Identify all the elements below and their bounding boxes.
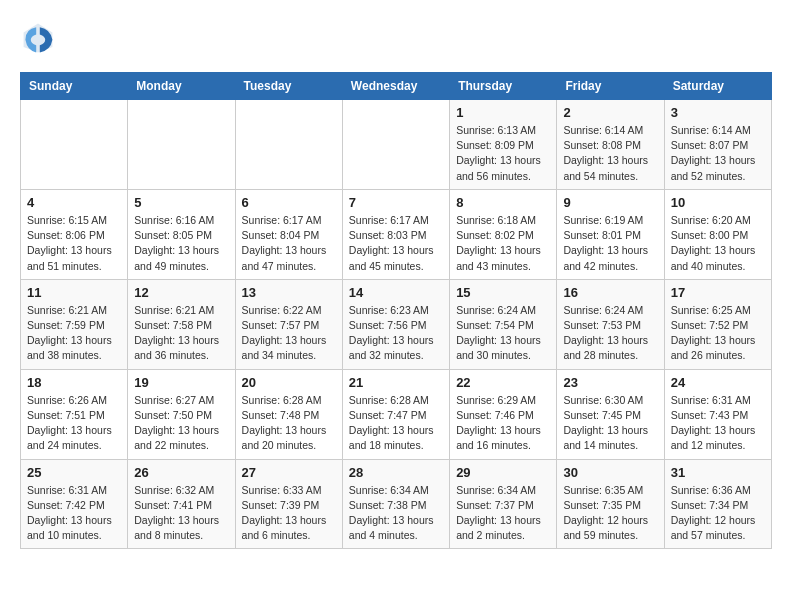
day-info: Sunrise: 6:21 AM Sunset: 7:59 PM Dayligh… [27, 303, 121, 364]
day-number: 7 [349, 195, 443, 210]
calendar-cell [21, 100, 128, 190]
day-info: Sunrise: 6:14 AM Sunset: 8:08 PM Dayligh… [563, 123, 657, 184]
week-row-2: 4Sunrise: 6:15 AM Sunset: 8:06 PM Daylig… [21, 189, 772, 279]
calendar-cell: 6Sunrise: 6:17 AM Sunset: 8:04 PM Daylig… [235, 189, 342, 279]
calendar-cell: 4Sunrise: 6:15 AM Sunset: 8:06 PM Daylig… [21, 189, 128, 279]
day-info: Sunrise: 6:20 AM Sunset: 8:00 PM Dayligh… [671, 213, 765, 274]
day-info: Sunrise: 6:24 AM Sunset: 7:54 PM Dayligh… [456, 303, 550, 364]
column-header-saturday: Saturday [664, 73, 771, 100]
calendar-cell: 25Sunrise: 6:31 AM Sunset: 7:42 PM Dayli… [21, 459, 128, 549]
day-info: Sunrise: 6:15 AM Sunset: 8:06 PM Dayligh… [27, 213, 121, 274]
calendar-cell: 9Sunrise: 6:19 AM Sunset: 8:01 PM Daylig… [557, 189, 664, 279]
calendar-cell: 7Sunrise: 6:17 AM Sunset: 8:03 PM Daylig… [342, 189, 449, 279]
calendar-cell: 31Sunrise: 6:36 AM Sunset: 7:34 PM Dayli… [664, 459, 771, 549]
day-number: 8 [456, 195, 550, 210]
calendar-cell: 27Sunrise: 6:33 AM Sunset: 7:39 PM Dayli… [235, 459, 342, 549]
week-row-1: 1Sunrise: 6:13 AM Sunset: 8:09 PM Daylig… [21, 100, 772, 190]
day-number: 25 [27, 465, 121, 480]
calendar-cell: 14Sunrise: 6:23 AM Sunset: 7:56 PM Dayli… [342, 279, 449, 369]
day-number: 2 [563, 105, 657, 120]
calendar-cell: 1Sunrise: 6:13 AM Sunset: 8:09 PM Daylig… [450, 100, 557, 190]
day-info: Sunrise: 6:26 AM Sunset: 7:51 PM Dayligh… [27, 393, 121, 454]
calendar-cell: 16Sunrise: 6:24 AM Sunset: 7:53 PM Dayli… [557, 279, 664, 369]
day-number: 15 [456, 285, 550, 300]
logo [20, 20, 62, 56]
day-info: Sunrise: 6:30 AM Sunset: 7:45 PM Dayligh… [563, 393, 657, 454]
calendar-cell: 10Sunrise: 6:20 AM Sunset: 8:00 PM Dayli… [664, 189, 771, 279]
calendar-header-row: SundayMondayTuesdayWednesdayThursdayFrid… [21, 73, 772, 100]
day-number: 11 [27, 285, 121, 300]
calendar-cell: 17Sunrise: 6:25 AM Sunset: 7:52 PM Dayli… [664, 279, 771, 369]
day-number: 30 [563, 465, 657, 480]
calendar-cell: 20Sunrise: 6:28 AM Sunset: 7:48 PM Dayli… [235, 369, 342, 459]
day-info: Sunrise: 6:23 AM Sunset: 7:56 PM Dayligh… [349, 303, 443, 364]
day-number: 20 [242, 375, 336, 390]
day-number: 28 [349, 465, 443, 480]
day-number: 5 [134, 195, 228, 210]
day-number: 19 [134, 375, 228, 390]
day-info: Sunrise: 6:25 AM Sunset: 7:52 PM Dayligh… [671, 303, 765, 364]
day-number: 9 [563, 195, 657, 210]
column-header-wednesday: Wednesday [342, 73, 449, 100]
day-info: Sunrise: 6:13 AM Sunset: 8:09 PM Dayligh… [456, 123, 550, 184]
day-info: Sunrise: 6:33 AM Sunset: 7:39 PM Dayligh… [242, 483, 336, 544]
calendar-cell: 24Sunrise: 6:31 AM Sunset: 7:43 PM Dayli… [664, 369, 771, 459]
calendar-cell: 15Sunrise: 6:24 AM Sunset: 7:54 PM Dayli… [450, 279, 557, 369]
week-row-4: 18Sunrise: 6:26 AM Sunset: 7:51 PM Dayli… [21, 369, 772, 459]
day-info: Sunrise: 6:27 AM Sunset: 7:50 PM Dayligh… [134, 393, 228, 454]
day-number: 18 [27, 375, 121, 390]
week-row-3: 11Sunrise: 6:21 AM Sunset: 7:59 PM Dayli… [21, 279, 772, 369]
day-info: Sunrise: 6:34 AM Sunset: 7:37 PM Dayligh… [456, 483, 550, 544]
day-number: 31 [671, 465, 765, 480]
calendar-cell: 26Sunrise: 6:32 AM Sunset: 7:41 PM Dayli… [128, 459, 235, 549]
day-number: 4 [27, 195, 121, 210]
day-number: 24 [671, 375, 765, 390]
calendar-cell: 5Sunrise: 6:16 AM Sunset: 8:05 PM Daylig… [128, 189, 235, 279]
column-header-thursday: Thursday [450, 73, 557, 100]
day-number: 1 [456, 105, 550, 120]
calendar-cell: 3Sunrise: 6:14 AM Sunset: 8:07 PM Daylig… [664, 100, 771, 190]
calendar-cell: 29Sunrise: 6:34 AM Sunset: 7:37 PM Dayli… [450, 459, 557, 549]
calendar-table: SundayMondayTuesdayWednesdayThursdayFrid… [20, 72, 772, 549]
day-number: 26 [134, 465, 228, 480]
day-number: 10 [671, 195, 765, 210]
day-info: Sunrise: 6:14 AM Sunset: 8:07 PM Dayligh… [671, 123, 765, 184]
day-number: 21 [349, 375, 443, 390]
calendar-cell: 18Sunrise: 6:26 AM Sunset: 7:51 PM Dayli… [21, 369, 128, 459]
calendar-cell [342, 100, 449, 190]
day-info: Sunrise: 6:18 AM Sunset: 8:02 PM Dayligh… [456, 213, 550, 274]
calendar-cell: 11Sunrise: 6:21 AM Sunset: 7:59 PM Dayli… [21, 279, 128, 369]
day-info: Sunrise: 6:36 AM Sunset: 7:34 PM Dayligh… [671, 483, 765, 544]
column-header-tuesday: Tuesday [235, 73, 342, 100]
day-info: Sunrise: 6:31 AM Sunset: 7:42 PM Dayligh… [27, 483, 121, 544]
calendar-cell [128, 100, 235, 190]
day-info: Sunrise: 6:24 AM Sunset: 7:53 PM Dayligh… [563, 303, 657, 364]
calendar-cell: 23Sunrise: 6:30 AM Sunset: 7:45 PM Dayli… [557, 369, 664, 459]
day-number: 22 [456, 375, 550, 390]
calendar-cell [235, 100, 342, 190]
calendar-cell: 22Sunrise: 6:29 AM Sunset: 7:46 PM Dayli… [450, 369, 557, 459]
column-header-monday: Monday [128, 73, 235, 100]
page-header [20, 20, 772, 56]
day-info: Sunrise: 6:29 AM Sunset: 7:46 PM Dayligh… [456, 393, 550, 454]
day-number: 23 [563, 375, 657, 390]
day-info: Sunrise: 6:17 AM Sunset: 8:03 PM Dayligh… [349, 213, 443, 274]
day-number: 6 [242, 195, 336, 210]
column-header-friday: Friday [557, 73, 664, 100]
day-number: 27 [242, 465, 336, 480]
day-number: 12 [134, 285, 228, 300]
day-info: Sunrise: 6:21 AM Sunset: 7:58 PM Dayligh… [134, 303, 228, 364]
calendar-cell: 2Sunrise: 6:14 AM Sunset: 8:08 PM Daylig… [557, 100, 664, 190]
day-info: Sunrise: 6:22 AM Sunset: 7:57 PM Dayligh… [242, 303, 336, 364]
day-info: Sunrise: 6:31 AM Sunset: 7:43 PM Dayligh… [671, 393, 765, 454]
day-info: Sunrise: 6:35 AM Sunset: 7:35 PM Dayligh… [563, 483, 657, 544]
day-number: 14 [349, 285, 443, 300]
calendar-cell: 30Sunrise: 6:35 AM Sunset: 7:35 PM Dayli… [557, 459, 664, 549]
calendar-cell: 21Sunrise: 6:28 AM Sunset: 7:47 PM Dayli… [342, 369, 449, 459]
day-number: 13 [242, 285, 336, 300]
logo-icon [20, 20, 56, 56]
day-number: 3 [671, 105, 765, 120]
week-row-5: 25Sunrise: 6:31 AM Sunset: 7:42 PM Dayli… [21, 459, 772, 549]
day-number: 29 [456, 465, 550, 480]
day-info: Sunrise: 6:28 AM Sunset: 7:47 PM Dayligh… [349, 393, 443, 454]
